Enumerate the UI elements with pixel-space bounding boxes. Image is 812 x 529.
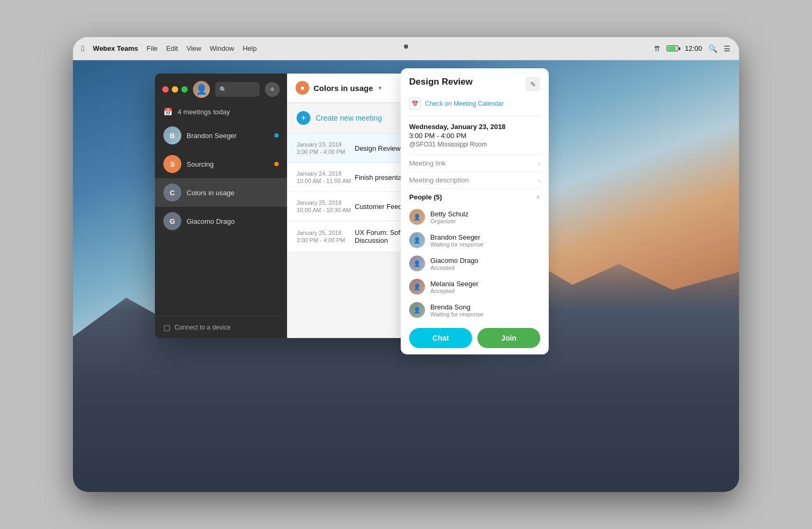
create-meeting-label: Create new meeting (316, 114, 382, 122)
detail-date: Wednesday, January 23, 2018 (409, 123, 540, 131)
plus-circle-icon: + (297, 111, 310, 125)
meeting-link-section[interactable]: Meeting link › (401, 155, 549, 171)
person-status-melania: Accepted (430, 288, 540, 294)
detail-info: Wednesday, January 23, 2018 3:00 PM - 4:… (401, 116, 549, 154)
meeting-time-col-1: January 23, 2018 3:00 PM - 4:00 PM (297, 141, 355, 155)
avatar-brenda: 👤 (409, 302, 425, 318)
person-row-betty: 👤 Betty Schulz Organizer (401, 205, 549, 229)
wifi-icon: ⇈ (654, 44, 660, 53)
person-name-melania: Melania Seeger (430, 280, 540, 288)
avatar-sourcing: S (163, 155, 181, 173)
meeting-name-1: Design Review (355, 144, 401, 152)
meeting-time-col-2: January 24, 2018 10:00 AM - 11:00 AM (297, 170, 355, 184)
person-info-betty: Betty Schulz Organizer (430, 210, 540, 224)
person-row-brenda: 👤 Brenda Song Waiting for response (401, 298, 549, 322)
person-status-brenda: Waiting for response (430, 311, 540, 317)
list-icon[interactable]: ☰ (724, 44, 731, 53)
menu-view[interactable]: View (187, 44, 201, 52)
search-icon: 🔍 (219, 86, 227, 93)
user-avatar[interactable]: 👤 (193, 81, 210, 98)
camera-dot (404, 44, 408, 49)
meeting-description-label: Meeting description (409, 176, 469, 184)
person-row-giacomo: 👤 Giacomo Drago Accepted (401, 252, 549, 275)
person-row-brandon: 👤 Brandon Seeger Waiting for response (401, 229, 549, 252)
person-info-giacomo: Giacomo Drago Accepted (430, 257, 540, 271)
people-chevron-up[interactable]: ∧ (536, 194, 540, 200)
person-name-giacomo: Giacomo Drago (430, 257, 540, 264)
meeting-link-chevron: › (538, 160, 540, 167)
sidebar-item-giacomo[interactable]: G Giacomo Drago (155, 207, 287, 235)
person-info-melania: Melania Seeger Accepted (430, 280, 540, 294)
status-dot-sourcing (274, 162, 279, 166)
calendar-icon-circle: 📅 (409, 98, 421, 110)
meetings-today-row: 📅 4 meetings today (155, 102, 287, 121)
space-icon: ■ (296, 81, 309, 95)
avatar-melania: 👤 (409, 279, 425, 295)
search-menubar-icon[interactable]: 🔍 (708, 44, 717, 53)
detail-panel: Design Review ✎ 📅 Check on Meeting Calen… (401, 68, 549, 354)
sidebar-item-colors[interactable]: C Colors in usage (155, 178, 287, 207)
sidebar-header: 👤 🔍 + (155, 74, 287, 102)
person-name-brenda: Brenda Song (430, 303, 540, 311)
close-button[interactable] (162, 86, 169, 93)
traffic-lights (162, 86, 188, 93)
detail-header: Design Review ✎ (401, 68, 549, 96)
nav-name-brandon: Brandon Seeger (187, 132, 237, 140)
menu-file[interactable]: File (146, 44, 158, 52)
meeting-date-4: January 25, 2018 (297, 230, 355, 236)
add-button[interactable]: + (265, 82, 280, 97)
calendar-icon: 📅 (163, 107, 172, 116)
battery-icon (667, 45, 678, 51)
menu-help[interactable]: Help (243, 44, 257, 52)
sidebar-footer[interactable]: ▢ Connect to a device (155, 316, 287, 338)
meeting-description-section[interactable]: Meeting description › (401, 172, 549, 188)
meeting-date-1: January 23, 2018 (297, 141, 355, 148)
space-title-button[interactable]: ■ Colors in usage ▾ (296, 81, 382, 95)
calendar-link[interactable]: Check on Meeting Calendar (425, 100, 504, 107)
menu-edit[interactable]: Edit (166, 44, 178, 52)
nav-name-giacomo: Giacomo Drago (187, 217, 235, 225)
avatar-brandon-detail: 👤 (409, 232, 425, 248)
detail-title: Design Review (409, 77, 473, 87)
macbook-frame:  Webex Teams File Edit View Window Help… (73, 37, 739, 492)
status-dot-brandon (274, 133, 279, 138)
meeting-date-3: January 25, 2018 (297, 199, 355, 206)
meeting-time-3: 10:00 AM - 10:30 AM (297, 207, 355, 213)
meeting-date-2: January 24, 2018 (297, 170, 355, 177)
search-bar[interactable]: 🔍 (215, 82, 260, 97)
avatar-giacomo-detail: 👤 (409, 256, 425, 271)
app-name: Webex Teams (93, 44, 139, 52)
clock: 12:00 (685, 44, 702, 52)
meeting-time-col-3: January 25, 2018 10:00 AM - 10:30 AM (297, 199, 355, 213)
fullscreen-button[interactable] (181, 86, 188, 93)
nav-list: B Brandon Seeger S Sourcing C Colors in … (155, 121, 287, 316)
sidebar-item-sourcing[interactable]: S Sourcing (155, 150, 287, 178)
person-name-brandon: Brandon Seeger (430, 233, 540, 241)
avatar-giacomo-nav: G (163, 212, 181, 230)
meeting-desc-chevron: › (538, 177, 540, 184)
join-button[interactable]: Join (477, 328, 540, 348)
avatar-betty: 👤 (409, 209, 425, 225)
connect-label: Connect to a device (174, 324, 230, 331)
person-status-brandon: Waiting for response (430, 241, 540, 248)
sidebar-item-brandon[interactable]: B Brandon Seeger (155, 121, 287, 150)
people-title: People (5) (409, 193, 442, 201)
sidebar: 👤 🔍 + 📅 4 meetings today B Bra (155, 74, 287, 338)
meeting-time-col-4: January 25, 2018 3:00 PM - 4:00 PM (297, 230, 355, 243)
person-info-brandon: Brandon Seeger Waiting for response (430, 233, 540, 248)
detail-time: 3:00 PM - 4:00 PM (409, 132, 540, 140)
minimize-button[interactable] (172, 86, 178, 93)
edit-button[interactable]: ✎ (525, 77, 540, 92)
apple-menu[interactable]:  (81, 44, 85, 53)
avatar-colors: C (163, 184, 181, 202)
calendar-link-row: 📅 Check on Meeting Calendar (401, 96, 549, 116)
person-status-betty: Organizer (430, 218, 540, 224)
meetings-today-label: 4 meetings today (178, 108, 230, 116)
people-header: People (5) ∧ (401, 189, 549, 205)
detail-actions: Chat Join (401, 322, 549, 354)
chat-button[interactable]: Chat (409, 328, 472, 348)
person-info-brenda: Brenda Song Waiting for response (430, 303, 540, 317)
menu-window[interactable]: Window (210, 44, 234, 52)
desktop: 👤 🔍 + 📅 4 meetings today B Bra (73, 60, 739, 492)
menu-bar-right: ⇈ 12:00 🔍 ☰ (654, 44, 731, 53)
